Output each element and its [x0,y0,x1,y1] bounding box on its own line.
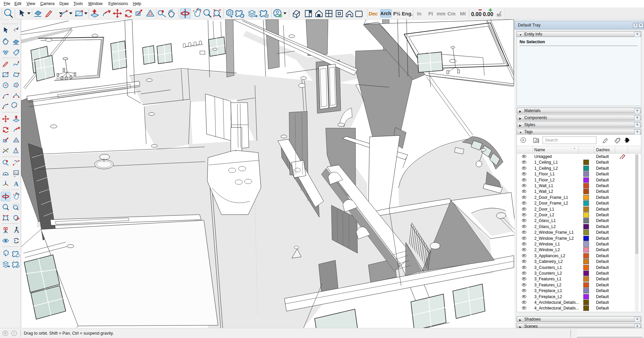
svg-text:Mt: Mt [460,11,466,16]
svg-text:mm: mm [437,11,446,16]
svg-text:Dec: Dec [368,11,378,16]
svg-text:0.00: 0.00 [483,11,493,17]
svg-text:Ft: Ft [428,11,433,16]
svg-text:0.00: 0.00 [471,11,481,17]
svg-text:In: In [417,11,421,16]
svg-text:Cm: Cm [447,11,455,16]
svg-text:##: ## [497,13,502,18]
svg-text:F½: F½ [393,11,400,16]
svg-text:Eng.: Eng. [402,11,413,16]
svg-text:Arch: Arch [380,11,391,16]
svg-text:Search: Search [545,138,558,143]
